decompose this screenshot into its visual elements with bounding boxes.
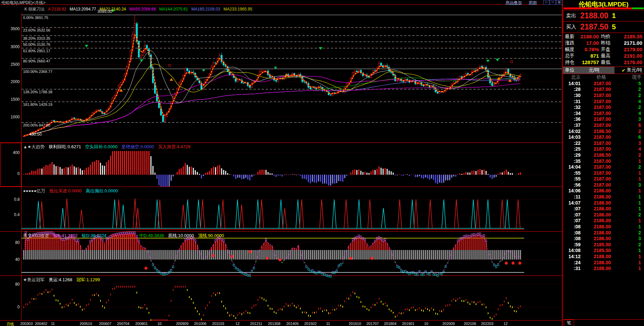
ts-row: :552187.001 — [563, 176, 644, 182]
quote-value: 871 — [578, 53, 599, 59]
ts-row: 14:022186.502 — [563, 128, 644, 134]
ts-cell: 2186.50 — [581, 152, 624, 158]
quote-value: 0.78% — [578, 46, 599, 52]
ts-row: 14:012187.005 — [563, 80, 644, 87]
ts-cell: 6 — [624, 134, 644, 140]
sell-arrow-icon — [140, 59, 143, 62]
quote-value: 2171.00 — [614, 40, 642, 46]
kline-info-segment: MA233:1965.95 — [224, 7, 252, 12]
panel-header-segment: 低位买进:0.0000 — [49, 188, 81, 193]
smiley-icon: ☻ — [210, 252, 216, 258]
sell-arrow-icon — [85, 45, 88, 47]
ts-cell: 14:12 — [563, 254, 581, 259]
quote-value: 2185.35 — [614, 34, 642, 39]
quote-label: 均价 — [601, 34, 614, 40]
ts-cell: 3 — [624, 116, 644, 122]
col-time: 北京 — [563, 74, 581, 80]
signal-box-icon — [511, 61, 513, 63]
x-axis-label: 200510 — [80, 322, 92, 326]
x-axis-label: 201211 — [250, 322, 262, 326]
x-axis-label: 201502 — [304, 322, 317, 326]
col-price: 价格 — [581, 74, 622, 80]
y-axis-tick: 3000 — [8, 44, 20, 49]
ts-cell: 14:07 — [563, 200, 581, 206]
ts-cell: 14:04 — [563, 164, 581, 170]
smiley-icon: ☻ — [504, 260, 509, 266]
ts-cell: :29 — [563, 152, 581, 158]
x-axis-label: 201901 — [402, 322, 415, 326]
quote-label: 最新 — [565, 34, 578, 40]
overlay-menu[interactable]: 商品叠加 — [506, 0, 522, 6]
x-axis-label: 201610 — [349, 322, 361, 326]
ts-row: :302187.002 — [563, 92, 644, 98]
x-axis-label: 200303 — [20, 322, 33, 326]
quote-grid: 最新2188.00均价2185.35涨跌17.00昨结2171.00幅度0.78… — [563, 33, 644, 65]
quote-label: 开盘 — [601, 46, 614, 53]
ts-cell: 4 — [624, 146, 644, 152]
ts-row: :312188.001 — [563, 265, 644, 271]
col-qty: 现手 — [622, 74, 644, 80]
ts-cell: 2 — [624, 212, 644, 217]
ts-cell: :31 — [563, 99, 581, 104]
panel-header-segment: 冠军:1.1299 — [76, 277, 100, 282]
period-menu[interactable]: 周期 — [529, 0, 537, 6]
ts-cell: :22 — [563, 140, 581, 146]
time-sales-list[interactable]: 14:012187.005:282187.002:302187.002:3121… — [563, 80, 644, 271]
ts-row: 14:082185.501 — [563, 248, 644, 254]
ts-cell: 2186.00 — [581, 206, 624, 211]
smiley-icon: ☻ — [517, 260, 523, 266]
back-arrow-icon[interactable]: ⇦ — [543, 0, 549, 5]
kline-info-segment: MA165:2108.03 — [191, 7, 220, 12]
unit-cny[interactable]: 单位 元/吨 — [563, 67, 614, 74]
y-axis-tick: 2500 — [8, 62, 20, 67]
x-axis-label: 201405 — [286, 322, 299, 326]
ts-cell: 1 — [624, 248, 644, 253]
ts-cell: :08 — [563, 236, 581, 241]
ts-row: :072186.001 — [563, 218, 644, 224]
ts-row: 14:062186.001 — [563, 188, 644, 194]
signal-box-icon — [169, 64, 171, 66]
unit-usd[interactable]: ✔ 美元/吨 — [614, 67, 644, 73]
tab-ticks[interactable]: 笔 — [564, 320, 574, 326]
ts-cell: 2186.00 — [581, 212, 624, 217]
ts-cell: 14:03 — [563, 134, 581, 140]
x-axis-label: 200801 — [135, 322, 148, 326]
smiley-icon: ☻ — [348, 255, 354, 261]
ts-row: :312187.004 — [563, 98, 644, 104]
bid-row[interactable]: 买入 2187.50 5 — [563, 21, 644, 32]
buy-arrow-icon — [170, 78, 173, 81]
smiley-icon: ☻ — [277, 256, 283, 262]
kline-info-segment: MA55:2056.66 — [129, 7, 156, 12]
ts-cell: 1 — [624, 200, 644, 206]
split-window-icon[interactable]: ▥ — [556, 0, 562, 5]
panel-header-2: 界文KDJ改进短K:41.2102短D:39.1224中K:49.3835中D:… — [23, 233, 228, 239]
quote-label: 昨结 — [601, 40, 614, 46]
unit-usd-label: 美元/吨 — [627, 67, 642, 73]
quote-label: 涨跌 — [565, 40, 578, 46]
ts-cell: :11 — [563, 194, 581, 199]
panel-header-segment: 获利回吐:0.6271 — [49, 144, 81, 149]
signal-box-icon — [274, 66, 277, 69]
panel-axis-label: 0 — [10, 305, 20, 309]
quote-row: 总手871最高2191.00 — [563, 53, 644, 59]
panel-header-segment: 短K:41.2102 — [53, 233, 78, 238]
signal-box-icon — [203, 69, 205, 71]
panel-axis-label: 80 — [10, 240, 20, 245]
ts-row: :562187.003 — [563, 182, 644, 188]
forward-arrow-icon[interactable]: ⇨ — [550, 0, 556, 5]
quote-label: 总手 — [565, 53, 578, 59]
x-axis-label: 月线 — [6, 322, 14, 326]
ts-row: :222187.003 — [563, 140, 644, 146]
ask-row[interactable]: 卖出 2188.00 1 — [563, 10, 644, 21]
panel-axis-label: 40 — [10, 257, 20, 262]
panel-header-segment: ▲★大趋势 — [23, 144, 45, 149]
ts-row: :352187.001 — [563, 158, 644, 164]
ts-cell: 1 — [624, 254, 644, 259]
panel-axis-label: 0.4 — [10, 212, 20, 217]
panel-header-segment: 高位抛出:0.0000 — [86, 188, 118, 193]
kline-info-line: K 胡家刀法A:2118.92MA13:2094.77MA21:2140.24M… — [24, 6, 256, 12]
quote-label: 持仓 — [565, 59, 578, 65]
x-axis-label: 201006 — [194, 322, 207, 326]
ts-cell: :07 — [563, 218, 581, 223]
ts-row: :082186.002 — [563, 230, 644, 236]
